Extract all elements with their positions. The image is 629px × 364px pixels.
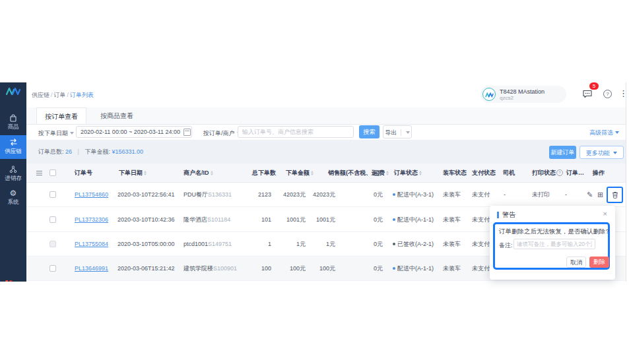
- column-header-label: 下单金额: [286, 169, 310, 176]
- cell-pay: 未支付: [472, 183, 502, 207]
- orders-total-value: 26: [65, 148, 72, 155]
- copy-icon[interactable]: ⊞: [597, 183, 603, 207]
- sidebar-item-label: 系统: [8, 198, 19, 205]
- kebab-menu-icon[interactable]: ⋮: [619, 88, 626, 98]
- column-header-label: 总下单数: [252, 169, 276, 176]
- cell-qty: 101: [238, 208, 271, 232]
- calendar-icon[interactable]: [183, 129, 191, 136]
- sidebar-item-进销存[interactable]: 进销存: [0, 162, 26, 186]
- help-icon[interactable]: ?: [556, 169, 563, 176]
- avatar: [482, 88, 496, 101]
- cell-status: 配送中(A-3-1): [393, 183, 446, 207]
- help-icon[interactable]: ?: [603, 90, 612, 98]
- tab-bar: 按订单查看按商品查看: [26, 107, 626, 125]
- search-button[interactable]: 搜索: [359, 125, 380, 138]
- notification-badge: 5: [589, 82, 599, 90]
- export-button[interactable]: 导出: [383, 125, 412, 138]
- sidebar-item-商品[interactable]: 商品: [0, 111, 26, 135]
- column-header-label: 订单状态: [394, 169, 418, 176]
- close-icon[interactable]: ×: [603, 210, 607, 218]
- dialog-title-accent: [497, 212, 499, 218]
- more-actions-button[interactable]: 更多功能: [579, 146, 624, 159]
- message-icon[interactable]: [582, 88, 594, 100]
- order-link[interactable]: PL13754860: [75, 191, 108, 198]
- order-link[interactable]: PL13646991: [75, 265, 108, 272]
- new-order-button[interactable]: 新建订单: [549, 146, 576, 159]
- cell-driver: -: [504, 183, 523, 207]
- order-status: 配送中(A-1-1): [397, 216, 434, 223]
- edit-icon[interactable]: ✎: [587, 183, 593, 207]
- sidebar-item-供应链[interactable]: 供应链: [0, 135, 26, 159]
- column-header-操作: 操作: [593, 164, 605, 183]
- column-header-订单状态: 订单状态: [394, 164, 422, 183]
- note-label: 备注:: [499, 241, 513, 250]
- sort-icon[interactable]: [211, 171, 213, 175]
- column-header-总下单数: 总下单数: [252, 164, 276, 183]
- amount-value: ¥156331.00: [112, 148, 143, 155]
- sidebar-item-系统[interactable]: ⚙系统: [0, 186, 26, 210]
- tab-按商品查看[interactable]: 按商品查看: [92, 107, 141, 124]
- cell-status: 已签收(A-2-1): [393, 232, 446, 257]
- breadcrumb-item[interactable]: 供应链: [32, 92, 50, 98]
- breadcrumb-item[interactable]: 订单: [54, 92, 66, 98]
- row-checkbox[interactable]: [50, 216, 56, 223]
- summary-text: 订单总数: 26 | 下单金额: ¥156331.00: [38, 148, 143, 156]
- column-header-label: 打印状态: [532, 169, 556, 176]
- cell-date: 2020-03-06T15:21:42: [117, 257, 182, 281]
- sort-icon[interactable]: [419, 171, 422, 175]
- search-input[interactable]: [238, 126, 354, 138]
- cell-qty: 100: [238, 257, 271, 281]
- cell-status: 配送中(A-1-1): [393, 257, 446, 281]
- column-header-label: 运费: [373, 169, 385, 176]
- order-link[interactable]: PL13755084: [75, 241, 108, 247]
- gear-icon: ⚙: [0, 189, 26, 198]
- cell-status: 配送中(A-1-1): [393, 208, 446, 232]
- row-checkbox: [50, 241, 56, 247]
- user-name: T8428 MAstation: [500, 88, 545, 95]
- user-chip[interactable]: T8428 MAstation qzcs2: [480, 86, 566, 103]
- user-subname: qzcs2: [500, 95, 513, 101]
- sidebar-bottom-logo: [5, 277, 22, 282]
- order-link[interactable]: PL13732306: [75, 216, 108, 223]
- row-checkbox[interactable]: [50, 191, 56, 198]
- column-header-label: 销售额(不含税、运): [328, 169, 380, 176]
- breadcrumb-separator: /: [51, 92, 53, 98]
- cancel-button[interactable]: 取消: [566, 257, 586, 268]
- trash-highlight-box: [607, 187, 623, 203]
- sort-icon[interactable]: [311, 171, 314, 175]
- column-settings-icon[interactable]: [36, 164, 42, 183]
- chevron-down-icon: [406, 131, 410, 134]
- column-header-label: 司机: [503, 169, 515, 176]
- column-header-label: 下单日期: [119, 169, 143, 176]
- sidebar-item-label: 供应链: [5, 148, 22, 154]
- breadcrumb-item: 订单列表: [70, 92, 94, 98]
- date-range-input[interactable]: [76, 126, 192, 138]
- status-dot: [393, 243, 395, 245]
- cell-order_no: PL13754860: [75, 183, 121, 207]
- sidebar-item-label: 商品: [8, 123, 19, 130]
- date-field-selector[interactable]: 按下单日期: [38, 129, 74, 138]
- cell-order_no: PL13646991: [75, 257, 121, 281]
- row-checkbox[interactable]: [50, 265, 56, 272]
- table-header-row: 订单号下单日期商户名/ID总下单数下单金额销售额(不含税、运)运费订单状态装车状…: [26, 164, 626, 183]
- column-header-运费: 运费: [373, 164, 389, 183]
- sort-icon[interactable]: [144, 171, 147, 175]
- dialog-title: 警告: [502, 210, 515, 220]
- amount-label: 下单金额:: [84, 148, 110, 155]
- column-header-label: 装车状态: [443, 169, 467, 176]
- cell-freight: 0元: [356, 208, 383, 232]
- select-all-checkbox[interactable]: [50, 169, 56, 176]
- sort-icon[interactable]: [386, 171, 389, 175]
- merchant-id: S149751: [208, 241, 232, 247]
- delete-button[interactable]: 删除: [589, 257, 609, 268]
- cell-qty: 2123: [238, 183, 271, 207]
- tab-按订单查看[interactable]: 按订单查看: [36, 107, 86, 124]
- column-header-装车状态: 装车状态: [443, 164, 467, 183]
- delete-confirm-dialog: 警告 × 订单删除之后无法恢复，是否确认删除? 备注: 取消 删除: [490, 206, 615, 280]
- delete-icon[interactable]: [612, 189, 618, 200]
- advanced-filter-link[interactable]: 高级筛选: [589, 129, 619, 137]
- note-input[interactable]: [513, 239, 595, 249]
- search-field-selector[interactable]: 按订单/商户: [203, 129, 241, 138]
- cell-date: 2020-03-10T22:56:41: [117, 183, 182, 207]
- cell-order_no: PL13732306: [75, 208, 121, 232]
